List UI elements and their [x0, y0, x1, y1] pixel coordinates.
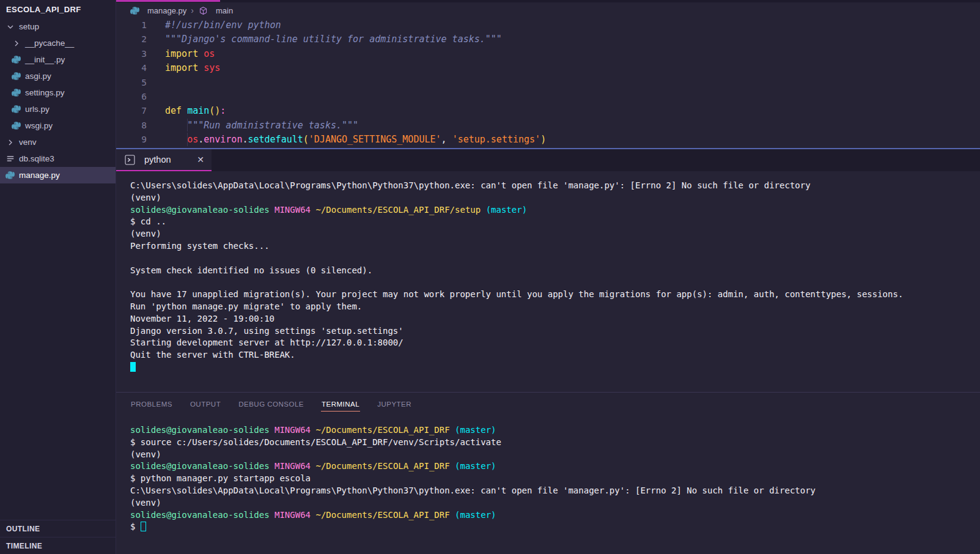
bottom-panel: PROBLEMSOUTPUTDEBUG CONSOLETERMINALJUPYT… [116, 392, 980, 554]
editor-line[interactable]: 3import os [116, 47, 980, 61]
breadcrumb-file[interactable]: manage.py [130, 6, 186, 16]
explorer-sidebar: ESCOLA_API_DRF setup__pycache____init__.… [0, 0, 116, 554]
terminal-line: $ source c:/Users/solides/Documents/ESCO… [130, 437, 980, 449]
python-icon [11, 71, 21, 81]
terminal-line: System check identified no issues (0 sil… [130, 265, 980, 277]
project-root-label: ESCOLA_API_DRF [6, 5, 81, 14]
terminal-line: (venv) [130, 497, 980, 509]
breadcrumb-symbol[interactable]: main [198, 6, 233, 16]
terminal-line: C:\Users\solides\AppData\Local\Programs\… [130, 485, 980, 497]
tree-item-setup[interactable]: setup [0, 18, 116, 35]
terminal-cursor [130, 362, 136, 372]
panel-tab-terminal[interactable]: TERMINAL [321, 397, 360, 412]
terminal-line: solides@giovanaleao-solides MINGW64 ~/Do… [130, 460, 980, 473]
tree-item-label: asgi.py [25, 72, 51, 81]
close-icon[interactable]: ✕ [197, 155, 204, 164]
tree-item-db.sqlite3[interactable]: db.sqlite3 [0, 150, 116, 167]
terminal-tab-label: python [144, 155, 171, 164]
terminal-line: $ cd .. [130, 216, 980, 228]
sidebar-section-timeline[interactable]: TIMELINE [0, 537, 116, 554]
python-icon [130, 6, 140, 16]
terminal-icon [125, 155, 135, 165]
tree-item-__pycache__[interactable]: __pycache__ [0, 35, 116, 51]
terminal-line: (venv) [130, 192, 980, 204]
tree-item-label: setup [19, 22, 39, 31]
tree-item-settings.py[interactable]: settings.py [0, 84, 116, 101]
terminal-output-bottom[interactable]: solides@giovanaleao-solides MINGW64 ~/Do… [116, 416, 980, 554]
line-content: os.environ.setdefault('DJANGO_SETTINGS_M… [165, 133, 546, 147]
tree-item-label: wsgi.py [25, 121, 53, 130]
tree-item-label: manage.py [19, 171, 60, 180]
python-icon [11, 54, 21, 65]
terminal-line: (venv) [130, 228, 980, 240]
panel-tab-output[interactable]: OUTPUT [190, 397, 221, 412]
python-icon [11, 87, 21, 98]
tree-item-asgi.py[interactable]: asgi.py [0, 68, 116, 84]
terminal-output-top[interactable]: C:\Users\solides\AppData\Local\Programs\… [116, 171, 980, 392]
line-content: """Django's command-line utility for adm… [165, 32, 502, 46]
terminal-line: Performing system checks... [130, 240, 980, 253]
database-icon [5, 153, 15, 164]
terminal-line: (venv) [130, 449, 980, 461]
panel-tab-problems[interactable]: PROBLEMS [130, 397, 173, 412]
terminal-line: solides@giovanaleao-solides MINGW64 ~/Do… [130, 424, 980, 437]
tree-item-urls.py[interactable]: urls.py [0, 101, 116, 117]
terminal-line [130, 361, 980, 374]
terminal-cursor [141, 522, 146, 531]
editor-line[interactable]: 2"""Django's command-line utility for ad… [116, 32, 980, 46]
editor-line[interactable]: 5 [116, 76, 980, 90]
panel-tab-jupyter[interactable]: JUPYTER [377, 397, 412, 412]
terminal-line: Starting development server at http://12… [130, 337, 980, 349]
line-number: 6 [116, 90, 147, 104]
python-icon [11, 120, 21, 131]
breadcrumb: manage.py › main [116, 2, 980, 18]
python-icon [5, 170, 15, 180]
panel-tabs: PROBLEMSOUTPUTDEBUG CONSOLETERMINALJUPYT… [116, 393, 980, 416]
tree-item-label: __init__.py [25, 55, 65, 64]
tree-item-label: db.sqlite3 [19, 154, 54, 163]
editor-line[interactable]: 1#!/usr/bin/env python [116, 18, 980, 32]
tree-item-venv[interactable]: venv [0, 134, 116, 150]
panel-tab-debug-console[interactable]: DEBUG CONSOLE [238, 397, 304, 412]
line-number: 3 [116, 47, 147, 61]
line-number: 2 [116, 32, 147, 46]
line-number: 9 [116, 133, 147, 147]
editor-and-panels: manage.py › main 1#!/usr/bin/env python2… [116, 0, 980, 554]
terminal-line: solides@giovanaleao-solides MINGW64 ~/Do… [130, 204, 980, 216]
chevron-down-icon [5, 21, 15, 32]
code-editor[interactable]: 1#!/usr/bin/env python2"""Django's comma… [116, 18, 980, 148]
line-number: 8 [116, 119, 147, 133]
python-icon [11, 104, 21, 114]
editor-line[interactable]: 8 """Run administrative tasks.""" [116, 119, 980, 133]
sidebar-section-outline[interactable]: OUTLINE [0, 520, 116, 537]
terminal-line [130, 253, 980, 265]
tree-item-label: urls.py [25, 105, 50, 114]
tree-item-manage.py[interactable]: manage.py [0, 167, 116, 183]
line-content: """Run administrative tasks.""" [165, 119, 358, 133]
terminal-editor-tab[interactable]: python ✕ [116, 149, 212, 171]
editor-line[interactable]: 4import sys [116, 61, 980, 75]
terminal-line: Django version 3.0.7, using settings 'se… [130, 325, 980, 338]
editor-line[interactable]: 7def main(): [116, 104, 980, 118]
terminal-line: Quit the server with CTRL-BREAK. [130, 349, 980, 361]
tree-item-label: venv [19, 138, 37, 147]
project-root-header[interactable]: ESCOLA_API_DRF [0, 0, 116, 18]
terminal-line: solides@giovanaleao-solides MINGW64 ~/Do… [130, 509, 980, 522]
tree-item-label: settings.py [25, 88, 65, 97]
line-number: 1 [116, 18, 147, 32]
terminal-line: $ [130, 521, 980, 533]
editor-line[interactable]: 6 [116, 90, 980, 104]
terminal-line: Run 'python manage.py migrate' to apply … [130, 301, 980, 313]
terminal-line: You have 17 unapplied migration(s). Your… [130, 289, 980, 301]
editor-line[interactable]: 9 os.environ.setdefault('DJANGO_SETTINGS… [116, 133, 980, 147]
line-content: import sys [165, 61, 220, 75]
breadcrumb-separator: › [191, 6, 194, 15]
terminal-line [130, 276, 980, 289]
active-editor-indicator [116, 0, 220, 2]
tree-item-__init__.py[interactable]: __init__.py [0, 51, 116, 68]
terminal-line: C:\Users\solides\AppData\Local\Programs\… [130, 180, 980, 192]
sidebar-sections: OUTLINETIMELINE [0, 520, 116, 554]
vscode-window: ESCOLA_API_DRF setup__pycache____init__.… [0, 0, 980, 554]
editor-tab-strip [116, 0, 980, 2]
tree-item-wsgi.py[interactable]: wsgi.py [0, 117, 116, 134]
